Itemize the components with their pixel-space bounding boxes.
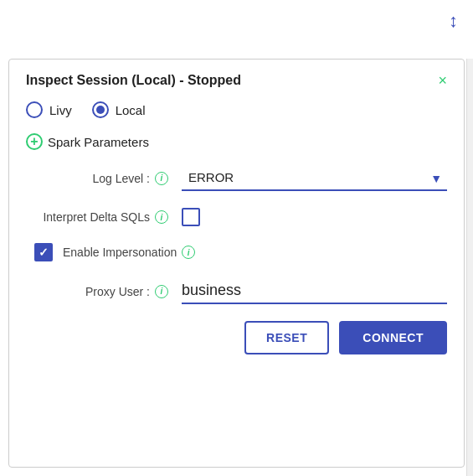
- enable-impersonation-checkbox[interactable]: ✓: [34, 243, 53, 261]
- impersonation-info-icon[interactable]: i: [182, 246, 195, 259]
- session-type-radio-group: Livy Local: [26, 101, 447, 118]
- panel-title-row: Inspect Session (Local) - Stopped ×: [26, 73, 447, 88]
- impersonation-checkmark: ✓: [39, 246, 49, 258]
- impersonation-label: Enable Impersonation i: [63, 246, 195, 259]
- log-level-row: Log Level : i ERROR WARN INFO DEBUG TRAC…: [34, 165, 447, 191]
- radio-livy[interactable]: Livy: [26, 101, 72, 118]
- radio-livy-label: Livy: [49, 103, 72, 117]
- enable-impersonation-row: ✓ Enable Impersonation i: [34, 243, 447, 261]
- form-section: Log Level : i ERROR WARN INFO DEBUG TRAC…: [26, 165, 447, 304]
- log-level-info-icon[interactable]: i: [155, 172, 168, 185]
- radio-local-label: Local: [116, 103, 146, 117]
- radio-local[interactable]: Local: [92, 101, 146, 118]
- log-level-dropdown-wrapper: ERROR WARN INFO DEBUG TRACE ▼: [182, 165, 447, 191]
- proxy-user-input-wrapper: [182, 278, 447, 304]
- plus-icon: +: [26, 133, 43, 150]
- proxy-user-row: Proxy User : i: [34, 278, 447, 304]
- log-level-select[interactable]: ERROR WARN INFO DEBUG TRACE: [182, 165, 447, 191]
- close-button[interactable]: ×: [438, 73, 447, 88]
- sort-arrow-icon[interactable]: ↕: [449, 10, 458, 32]
- scrollbar: [466, 59, 473, 476]
- spark-parameters-label: Spark Parameters: [48, 135, 149, 149]
- interpret-delta-info-icon[interactable]: i: [155, 210, 168, 224]
- interpret-delta-checkbox[interactable]: [182, 208, 200, 226]
- inspect-session-panel: Inspect Session (Local) - Stopped × Livy…: [8, 59, 465, 468]
- panel-title: Inspect Session (Local) - Stopped: [26, 73, 241, 88]
- action-buttons-row: RESET CONNECT: [26, 321, 447, 354]
- radio-local-circle: [92, 101, 109, 118]
- proxy-user-label: Proxy User : i: [34, 285, 168, 298]
- proxy-user-input[interactable]: [182, 278, 447, 304]
- interpret-delta-row: Interpret Delta SQLs i: [34, 208, 447, 226]
- proxy-user-info-icon[interactable]: i: [155, 285, 168, 298]
- connect-button[interactable]: CONNECT: [339, 321, 447, 354]
- spark-parameters-toggle[interactable]: + Spark Parameters: [26, 133, 447, 150]
- log-level-label: Log Level : i: [34, 172, 168, 185]
- radio-livy-circle: [26, 101, 43, 118]
- reset-button[interactable]: RESET: [244, 321, 329, 354]
- interpret-delta-label: Interpret Delta SQLs i: [34, 210, 168, 224]
